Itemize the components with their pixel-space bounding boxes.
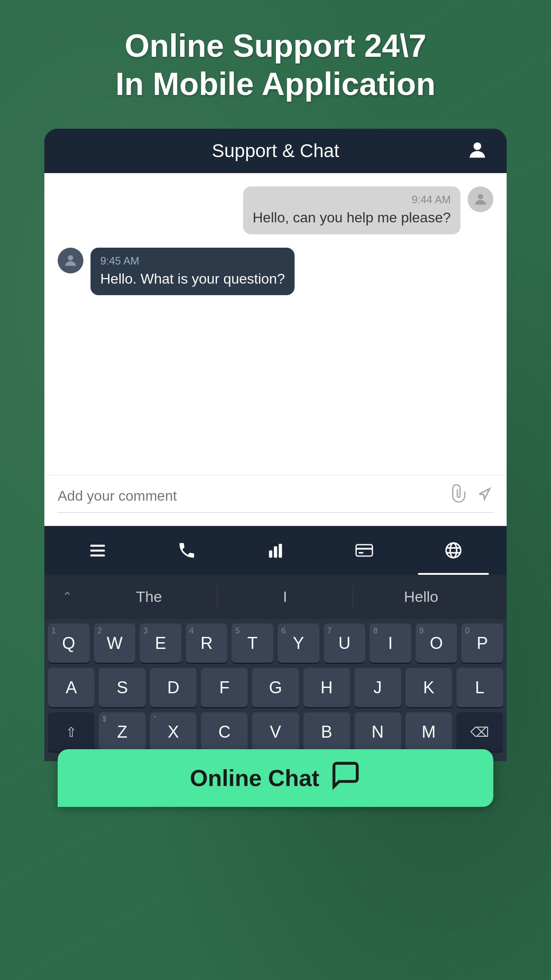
message-received: 9:45 AM Hello. What is your question? [58,248,493,296]
phone-mockup: Support & Chat 9:44 AM Hello, can you he… [44,129,507,761]
key-z[interactable]: $Z [99,712,146,751]
chat-area: 9:44 AM Hello, can you help me please? 9… [44,173,507,475]
key-u[interactable]: 7U [324,624,366,663]
key-r[interactable]: 4R [186,624,228,663]
key-v[interactable]: V [252,712,299,751]
key-backspace[interactable]: ⌫ [457,712,503,751]
autocomplete-the[interactable]: The [81,588,217,605]
key-b[interactable]: B [303,712,350,751]
nav-menu[interactable] [53,526,142,575]
key-g[interactable]: G [252,668,299,707]
key-n[interactable]: N [354,712,401,751]
send-icon[interactable] [476,485,493,507]
svg-point-2 [68,255,73,261]
svg-rect-8 [279,544,282,557]
sent-time: 9:44 AM [253,194,451,206]
key-h[interactable]: H [303,668,350,707]
key-i[interactable]: 8I [370,624,411,663]
key-f[interactable]: F [201,668,248,707]
keyboard-row-3: ⇧ $Z "X C V B N M ⌫ [48,712,503,751]
key-d[interactable]: D [150,668,197,707]
svg-point-12 [450,543,457,558]
input-row [58,484,493,513]
received-time: 9:45 AM [100,255,285,267]
key-m[interactable]: M [405,712,452,751]
svg-point-11 [446,543,460,558]
sent-text: Hello, can you help me please? [253,209,451,227]
sent-avatar [468,186,493,212]
svg-point-0 [473,142,481,150]
svg-rect-3 [91,545,105,547]
svg-rect-6 [269,550,272,558]
key-e[interactable]: 3E [140,624,181,663]
nav-payment[interactable] [320,526,409,575]
sent-bubble: 9:44 AM Hello, can you help me please? [243,186,461,234]
key-j[interactable]: J [354,668,401,707]
received-text: Hello. What is your question? [100,270,285,288]
online-chat-banner[interactable]: Online Chat [58,749,493,807]
nav-phone[interactable] [142,526,231,575]
key-c[interactable]: C [201,712,248,751]
app-header: Support & Chat [44,129,507,173]
svg-rect-7 [274,546,277,558]
key-y[interactable]: 6Y [278,624,319,663]
key-shift[interactable]: ⇧ [48,712,94,751]
autocomplete-arrow: ⌃ [62,589,72,604]
key-x[interactable]: "X [150,712,197,751]
header-title: Online Support 24\7 In Mobile Applicatio… [0,27,551,103]
svg-rect-4 [91,549,105,552]
key-s[interactable]: S [99,668,146,707]
autocomplete-bar: ⌃ The I Hello [44,575,507,619]
nav-web[interactable] [409,526,498,575]
bottom-nav [44,526,507,575]
svg-rect-5 [91,554,105,557]
profile-icon[interactable] [466,138,489,163]
svg-rect-9 [356,545,373,556]
app-title: Support & Chat [212,140,339,162]
banner-text: Online Chat [190,765,319,791]
autocomplete-hello[interactable]: Hello [353,588,489,605]
keyboard-row-2: A S D F G H J K L [48,668,503,707]
key-l[interactable]: L [457,668,503,707]
key-t[interactable]: 5T [232,624,273,663]
key-a[interactable]: A [48,668,94,707]
nav-stats[interactable] [231,526,320,575]
attach-icon[interactable] [451,484,467,508]
autocomplete-i[interactable]: I [217,588,353,605]
message-sent: 9:44 AM Hello, can you help me please? [58,186,493,234]
chat-bubble-icon [330,759,361,797]
key-q[interactable]: 1Q [48,624,90,663]
chat-input[interactable] [58,488,451,504]
svg-rect-10 [359,552,364,554]
keyboard-row-1: 1Q 2W 3E 4R 5T 6Y 7U 8I 9O 0P [48,624,503,663]
input-area [44,475,507,526]
received-avatar [58,248,83,273]
key-p[interactable]: 0P [461,624,503,663]
svg-point-1 [478,194,483,199]
key-k[interactable]: K [405,668,452,707]
keyboard: 1Q 2W 3E 4R 5T 6Y 7U 8I 9O 0P A S D F G … [44,619,507,761]
key-o[interactable]: 9O [416,624,457,663]
key-w[interactable]: 2W [94,624,136,663]
received-bubble: 9:45 AM Hello. What is your question? [91,248,295,296]
